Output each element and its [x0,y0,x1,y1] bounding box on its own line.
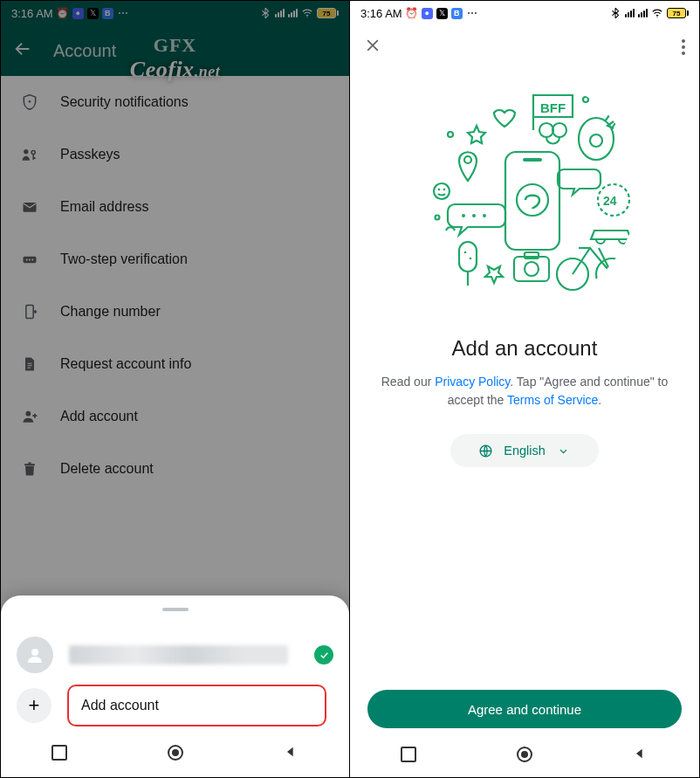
svg-point-3 [31,150,35,154]
svg-point-2 [24,149,28,154]
svg-point-26 [525,262,539,276]
svg-point-32 [470,258,472,260]
battery-icon: 75 [667,8,689,18]
svg-point-24 [590,134,602,147]
hero-illustration: BFF 24 [350,69,699,331]
more-icon[interactable] [682,39,685,55]
settings-item-delete-account[interactable]: Delete account [1,443,349,495]
change-number-icon [20,302,39,321]
svg-rect-11 [24,464,35,465]
nav-recent-icon[interactable] [401,747,416,762]
add-account-row[interactable]: + Add account [1,681,349,730]
settings-item-label: Request account info [60,356,191,372]
pin-icon [20,250,39,269]
page-title: Account [53,41,116,61]
status-time: 3:16 AM [11,7,53,20]
settings-item-label: Security notifications [60,94,189,110]
svg-point-43 [436,216,440,220]
svg-point-7 [29,258,31,260]
signal-icon-2 [638,9,648,17]
close-icon[interactable] [364,37,381,58]
email-icon [20,197,39,217]
terms-link[interactable]: Terms of Service [507,393,598,407]
document-icon [20,355,39,374]
svg-point-8 [31,258,33,260]
more-notifications-icon: ⋯ [117,7,129,19]
settings-item-security[interactable]: Security notifications [1,76,349,128]
svg-point-38 [443,189,446,191]
settings-item-email[interactable]: Email address [1,181,349,233]
wifi-icon [301,7,313,19]
svg-point-42 [448,132,453,137]
battery-icon: 75 [317,8,339,18]
wifi-icon [651,7,663,19]
svg-rect-27 [525,252,539,258]
svg-rect-18 [523,158,542,162]
agree-button-label: Agree and continue [468,702,581,717]
settings-item-label: Add account [60,409,138,424]
more-notifications-icon: ⋯ [466,7,478,19]
svg-point-36 [434,183,450,199]
nav-back-icon[interactable] [633,747,649,762]
settings-item-label: Change number [60,304,161,320]
x-app-icon: 𝕏 [87,8,99,19]
back-icon[interactable] [13,39,32,62]
svg-rect-9 [26,306,33,319]
svg-rect-16 [505,152,559,250]
svg-point-6 [26,258,28,260]
svg-point-41 [583,97,588,102]
svg-point-21 [483,214,486,217]
nav-home-icon[interactable] [517,747,532,762]
settings-item-label: Email address [60,199,148,215]
signal-icon [625,9,635,17]
shield-icon [20,93,39,112]
svg-point-31 [464,251,467,254]
settings-item-add-account[interactable]: Add account [1,390,349,443]
language-label: English [504,444,546,458]
settings-item-request-info[interactable]: Request account info [1,338,349,390]
bluetooth-icon [259,7,271,19]
privacy-policy-link[interactable]: Privacy Policy [435,375,510,389]
trash-icon [20,459,39,479]
x-app-icon: 𝕏 [436,8,448,19]
settings-item-label: Delete account [60,461,154,477]
sheet-handle[interactable] [162,608,189,611]
svg-point-29 [596,258,628,290]
svg-point-10 [25,411,31,417]
settings-item-two-step[interactable]: Two-step verification [1,233,349,286]
onboarding-subtitle: Read our Privacy Policy. Tap "Agree and … [350,373,699,410]
passkey-icon [20,145,39,164]
svg-text:24: 24 [603,194,617,208]
svg-point-14 [656,16,657,17]
app-badge-icon: ● [422,8,433,19]
settings-item-passkeys[interactable]: Passkeys [1,128,349,181]
add-account-label: Add account [81,698,159,713]
globe-icon [478,444,493,458]
plus-icon: + [17,688,51,723]
status-bar: 3:16 AM ⏰ ● 𝕏 B ⋯ [1,1,349,25]
add-account-highlighted[interactable]: Add account [67,685,326,726]
signal-icon [275,9,285,17]
settings-item-change-number[interactable]: Change number [1,286,349,338]
nav-recent-icon[interactable] [51,745,67,761]
add-person-icon [20,407,39,426]
nav-back-icon[interactable] [284,745,299,761]
settings-list: Security notifications Passkeys Email ad… [1,76,349,495]
language-selector[interactable]: English [450,434,599,467]
nav-bar [350,737,699,772]
bluetooth-badge-icon: B [102,8,113,19]
current-account-row[interactable] [1,629,349,681]
alarm-icon: ⏰ [406,7,418,19]
svg-text:BFF: BFF [540,100,566,115]
svg-point-40 [552,123,566,137]
bluetooth-badge-icon: B [451,8,463,19]
account-name-blurred [69,645,288,664]
alarm-icon: ⏰ [57,7,69,19]
app-badge-icon: ● [72,8,84,19]
agree-continue-button[interactable]: Agree and continue [367,690,682,728]
svg-point-37 [438,189,441,191]
bluetooth-icon [609,7,621,19]
nav-home-icon[interactable] [168,745,183,761]
signal-icon-2 [288,9,298,17]
svg-point-39 [539,123,553,137]
